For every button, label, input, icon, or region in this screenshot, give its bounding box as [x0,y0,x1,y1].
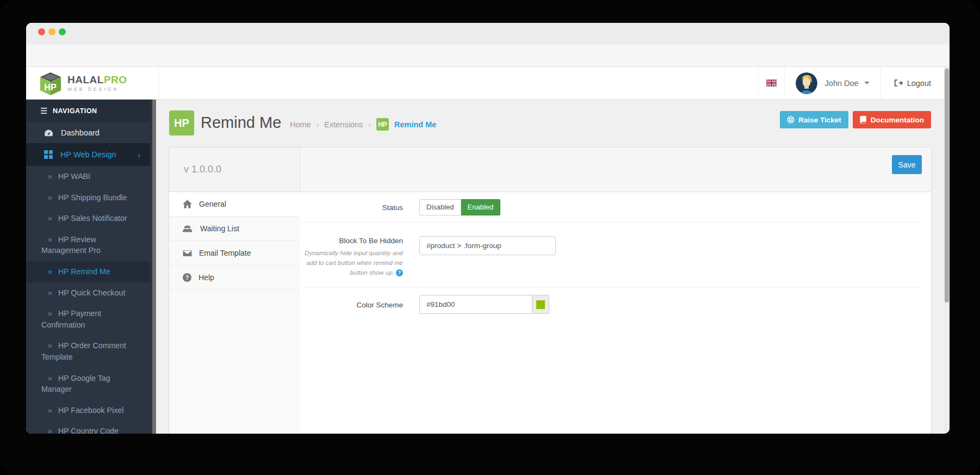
raise-ticket-button[interactable]: Raise Ticket [780,111,848,128]
chevron-down-icon [864,82,870,84]
halalpro-logo[interactable]: HP HALALPRO WEB DESIGN [26,67,159,99]
sidebar-scrollbar[interactable] [150,100,156,434]
version-label: v 1.0.0.0 [169,147,300,192]
logout-icon [894,79,903,87]
block-to-hide-form-group: Block To Be Hidden Dynamically hide inpu… [300,223,923,288]
book-icon [860,116,867,124]
svg-text:?: ? [185,275,189,281]
block-to-hide-help: Dynamically hide input quantity and add … [300,249,403,277]
breadcrumb-current[interactable]: Remind Me [394,120,436,129]
avatar [796,72,817,94]
uk-flag-icon [766,79,777,87]
user-menu[interactable]: John Doe [784,67,880,99]
envelope-icon [183,250,192,257]
sidebar-item-hp-quick-checkout[interactable]: HP Quick Checkout [26,282,150,304]
app-window: HP HALALPRO WEB DESIGN [26,23,950,434]
sidebar-item-hp-shipping-bundle[interactable]: HP Shipping Bundle [26,187,150,208]
save-button[interactable]: Save [892,155,922,174]
color-scheme-form-group: Color Scheme [300,288,931,314]
breadcrumb-separator [368,120,371,129]
sidebar-item-hp-web-design[interactable]: HP Web Design › [26,143,150,166]
sidebar-item-label: HP Web Design [60,150,116,159]
user-name: John Doe [825,79,859,88]
home-icon [183,200,192,208]
settings-tab-column: General Waiting List [169,192,300,433]
color-swatch [536,300,545,309]
sidebar-item-hp-order-comment-template[interactable]: HP Order Comment Template [26,335,150,367]
color-scheme-input[interactable] [419,295,532,314]
breadcrumb-hp-badge: HP [376,118,389,131]
status-form-group: Status Disabled Enabled [300,192,923,223]
sidebar-item-hp-payment-confirmation[interactable]: HP Payment Confirmation [26,303,150,335]
sidebar-item-hp-wabi[interactable]: HP WABI [26,166,150,187]
zoom-button[interactable] [59,28,66,35]
close-button[interactable] [38,28,45,35]
sidebar-nav: ☰ NAVIGATION Dashboard HP Web [26,100,150,434]
halalpro-cube-icon: HP [39,71,62,96]
color-picker-addon[interactable] [532,295,549,314]
app-header: HP HALALPRO WEB DESIGN [26,67,950,100]
browser-toolbar [26,45,950,67]
halalpro-wordmark: HALALPRO WEB DESIGN [67,75,127,92]
status-disabled-button[interactable]: Disabled [419,199,461,215]
sidebar-item-hp-country-code-selector[interactable]: HP Country Code Selector [26,421,150,434]
minimize-button[interactable] [48,28,55,35]
general-tab-content: Status Disabled Enabled Block To Be Hidd… [300,192,931,433]
sidebar-item-hp-facebook-pixel[interactable]: HP Facebook Pixel [26,400,150,421]
hamburger-icon: ☰ [40,106,48,116]
extension-badge: HP [169,110,194,135]
color-scheme-label: Color Scheme [356,301,403,309]
documentation-button[interactable]: Documentation [853,111,931,128]
sidebar-title: ☰ NAVIGATION [26,100,150,122]
sidebar-item-hp-review-management-pro[interactable]: HP Review Management Pro [26,229,150,261]
sidebar-item-hp-remind-me[interactable]: HP Remind Me [26,261,150,282]
tab-waiting-list[interactable]: Waiting List [169,217,300,241]
status-label: Status [382,203,403,212]
status-enabled-button[interactable]: Enabled [461,199,501,215]
breadcrumb-separator [317,120,319,129]
tab-general[interactable]: General [169,192,300,217]
page-scrollbar-thumb[interactable] [945,69,949,303]
sidebar-item-hp-google-tag-manager[interactable]: HP Google Tag Manager [26,368,150,400]
settings-panel: v 1.0.0.0 Save [169,147,932,434]
window-titlebar [26,23,950,45]
status-toggle: Disabled Enabled [419,199,500,215]
breadcrumb: Home Extensions HP Remind Me [290,118,436,131]
users-icon [183,225,193,233]
main-content: HP Remind Me Home Extensions HP Remind M… [156,100,944,434]
sidebar-scrollbar-thumb[interactable] [152,100,156,434]
grid-icon [44,150,53,159]
tab-email-template[interactable]: Email Template [169,241,300,266]
block-to-hide-input[interactable] [419,236,556,255]
sidebar-submenu: HP WABI HP Shipping Bundle HP Sales Noti… [26,166,150,434]
help-tooltip-icon[interactable]: ? [396,269,403,276]
breadcrumb-extensions[interactable]: Extensions [324,120,363,129]
dashboard-icon [44,128,53,138]
tab-help[interactable]: ? Help [169,266,300,290]
chevron-right-icon: › [138,150,140,159]
page-title: Remind Me [201,114,281,132]
breadcrumb-home[interactable]: Home [290,120,311,129]
sidebar-item-label: Dashboard [61,128,100,137]
question-icon: ? [183,273,191,282]
life-ring-icon [787,116,795,124]
sidebar-item-hp-sales-notificator[interactable]: HP Sales Notificator [26,208,150,229]
block-to-hide-label: Block To Be Hidden [300,232,403,245]
logout-button[interactable]: Logout [880,67,944,99]
page-scrollbar[interactable] [944,67,950,434]
svg-text:HP: HP [44,82,57,92]
screenshot-frame: HP HALALPRO WEB DESIGN [0,0,980,475]
language-selector[interactable] [758,67,784,99]
logout-label: Logout [907,79,931,88]
sidebar-item-dashboard[interactable]: Dashboard [26,122,150,143]
panel-heading: v 1.0.0.0 Save [169,147,931,192]
